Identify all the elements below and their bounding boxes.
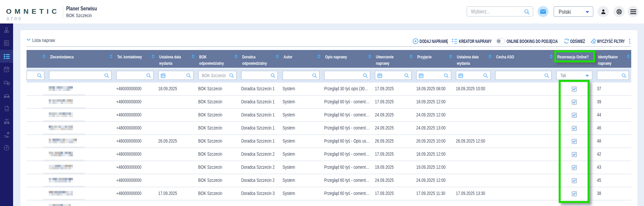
sidebar-item-car-front[interactable] xyxy=(0,89,13,102)
panel-title[interactable]: Lista napraw xyxy=(32,37,61,43)
toggle-knob xyxy=(497,39,501,43)
sidebar-item-client[interactable] xyxy=(0,23,13,37)
column-header-date2[interactable]: Ustalona data wydania xyxy=(454,50,493,68)
cell-name xyxy=(47,135,114,148)
filter-input-bok[interactable]: BOK Szczecin xyxy=(198,71,237,80)
sort-icon[interactable] xyxy=(42,54,46,58)
sidebar-item-vehicle-check[interactable] xyxy=(0,76,13,89)
sidebar-nav xyxy=(0,23,13,206)
hand-wash-icon xyxy=(3,131,10,139)
filter-select-value: Tak xyxy=(560,73,568,78)
module-title: Planer Serwisu xyxy=(66,5,107,12)
redacted-client-name xyxy=(43,175,85,188)
sidebar-item-gauge[interactable] xyxy=(0,141,13,154)
sort-icon[interactable] xyxy=(317,54,321,58)
search-icon xyxy=(483,73,488,79)
table-row[interactable]: +4800000000017.09.2025BOK SzczecinDoradc… xyxy=(27,187,631,200)
main-menu-button[interactable] xyxy=(628,6,639,17)
sort-icon[interactable] xyxy=(409,54,413,58)
table-row[interactable]: +48000000000BOK SzczecinDoradca Szczecin… xyxy=(27,174,631,187)
table-row[interactable]: +48000000000BOK SzczecinDoradca Szczecin… xyxy=(27,109,631,122)
cell-name xyxy=(47,83,114,95)
table-row[interactable]: +48000000000BOK SzczecinDoradca Szczecin… xyxy=(27,148,631,161)
sidebar-item-calendar-check[interactable] xyxy=(0,63,13,76)
cell-tel: +48000000000 xyxy=(114,122,156,135)
cell-opis: Przegląd 60 tyś - coment… xyxy=(322,96,373,108)
cell-date1 xyxy=(156,122,196,135)
column-header-tel[interactable]: Tel. kontaktowy xyxy=(114,50,156,68)
language-value: Polski xyxy=(559,9,574,15)
cell-id: 37 xyxy=(595,83,631,95)
sort-icon[interactable] xyxy=(549,54,553,58)
sort-icon[interactable] xyxy=(151,54,155,58)
sort-icon[interactable] xyxy=(449,54,453,58)
filter-date-received[interactable] xyxy=(416,71,451,80)
sort-icon[interactable] xyxy=(191,54,195,58)
sidebar-item-document[interactable] xyxy=(0,102,13,115)
column-header-name[interactable]: Zleceniodawca xyxy=(47,50,114,68)
column-header-doradca[interactable]: Doradca odpowiedzialny xyxy=(239,50,280,68)
sort-icon[interactable] xyxy=(627,54,630,58)
table-row[interactable]: +4800000000026.09.2025BOK SzczecinDoradc… xyxy=(27,135,631,148)
table-row[interactable]: +48000000000BOK SzczecinDoradca Szczecin… xyxy=(27,96,631,109)
sort-icon[interactable] xyxy=(234,54,238,58)
sort-icon[interactable] xyxy=(109,54,113,58)
online-booking-toggle[interactable] xyxy=(496,38,505,44)
column-header-created[interactable]: Utworzenie naprawy xyxy=(373,50,414,68)
filter-date-date1[interactable] xyxy=(158,71,194,80)
redacted-client-name xyxy=(43,123,85,136)
table-row[interactable]: +48000000000BOK SzczecinDoradca Szczecin… xyxy=(27,161,631,174)
filter-input-doradca[interactable] xyxy=(241,71,278,80)
cell-aso xyxy=(493,122,554,135)
filter-input-aso[interactable] xyxy=(495,71,552,80)
cell-autor xyxy=(280,200,322,206)
refresh-button[interactable]: ODŚWIEŻ xyxy=(570,39,592,44)
sort-icon[interactable] xyxy=(275,54,279,58)
column-header-bok[interactable]: BOK odpowiedzialny xyxy=(196,50,239,68)
column-header-id[interactable]: Identyfikator naprawy xyxy=(595,50,631,68)
user-button[interactable] xyxy=(598,6,609,17)
sidebar-item-car-wash[interactable] xyxy=(0,115,13,128)
kebab-icon xyxy=(629,39,631,44)
cell-aso xyxy=(493,187,554,200)
clear-filters-button[interactable]: WYCZYŚĆ FILTRY xyxy=(597,39,638,44)
more-options-button[interactable] xyxy=(629,39,631,44)
filter-date-date2[interactable] xyxy=(456,71,490,80)
table-row[interactable] xyxy=(27,200,631,206)
search-icon xyxy=(312,73,317,79)
search-icon xyxy=(621,73,627,79)
filter-input-name[interactable] xyxy=(49,71,112,80)
filter-input-opis[interactable] xyxy=(324,71,370,80)
column-header-blank[interactable] xyxy=(27,50,47,68)
filter-input-id[interactable] xyxy=(597,71,629,80)
column-header-date1[interactable]: Ustalona data wydania xyxy=(156,50,196,68)
filter-input-tel[interactable] xyxy=(116,71,154,80)
panel-header: Lista napraw DODAJ NAPRAWĘ KREATOR NAPRA… xyxy=(20,30,637,47)
cell-doradca: Doradca Szczecin 2 xyxy=(239,148,280,161)
sidebar-item-hand-wash[interactable] xyxy=(0,128,13,141)
cell-name xyxy=(47,174,114,187)
column-header-opis[interactable]: Opis naprawy xyxy=(322,50,373,68)
search-icon xyxy=(544,73,550,79)
language-select[interactable]: Polski xyxy=(554,6,593,17)
global-search-input[interactable]: Wybierz... xyxy=(467,6,533,16)
table-row[interactable]: +48000000000BOK SzczecinDoradca Szczecin… xyxy=(27,122,631,135)
search-icon xyxy=(443,73,449,79)
help-button[interactable] xyxy=(613,6,625,17)
filter-select-online[interactable]: Tak xyxy=(556,71,592,80)
sort-icon[interactable] xyxy=(368,54,372,58)
filter-date-created[interactable] xyxy=(375,71,412,80)
filter-input-blank[interactable] xyxy=(27,71,44,80)
column-header-aso[interactable]: Cecha ASO xyxy=(493,50,554,68)
cell-created: 17.09.2025 xyxy=(373,83,414,95)
filter-input-autor[interactable] xyxy=(283,71,319,80)
messages-button[interactable] xyxy=(538,6,549,17)
sort-icon[interactable] xyxy=(488,54,492,58)
collapse-chevron-icon[interactable] xyxy=(27,38,31,41)
table-row[interactable]: +4800000000018.09.2025BOK SzczecinDoradc… xyxy=(27,83,631,96)
sidebar-item-repairs-list[interactable] xyxy=(0,50,13,63)
sidebar-item-orders[interactable] xyxy=(0,37,13,50)
gauge-icon xyxy=(3,144,10,151)
column-header-received[interactable]: Przyjęcie xyxy=(414,50,454,68)
column-header-autor[interactable]: Autor xyxy=(280,50,322,68)
